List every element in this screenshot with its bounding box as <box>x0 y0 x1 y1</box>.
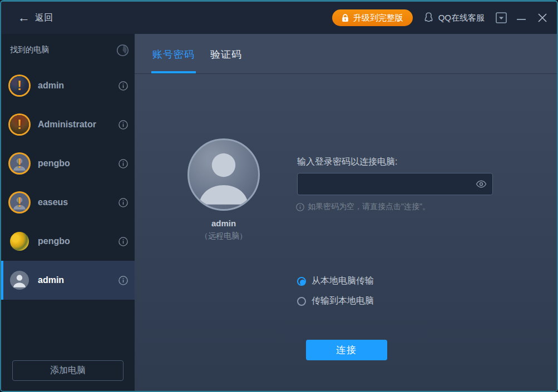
info-icon[interactable] <box>118 237 128 246</box>
computer-list-item-admin-2-selected[interactable]: admin <box>1 261 135 300</box>
option-label: 从本地电脑传输 <box>312 275 374 287</box>
connect-button-label: 连接 <box>336 344 357 356</box>
password-field-container <box>297 173 493 195</box>
computer-list-item-pengbo-1[interactable]: ! pengbo <box>1 144 135 183</box>
computer-name: admin <box>38 81 64 91</box>
password-label: 输入登录密码以连接电脑: <box>297 156 397 168</box>
computer-name: pengbo <box>38 158 70 168</box>
connect-button[interactable]: 连接 <box>306 340 387 360</box>
warning-exclamation-icon: ! <box>10 76 29 95</box>
info-icon[interactable] <box>118 81 128 91</box>
radio-unselected-icon[interactable] <box>297 297 306 306</box>
scanning-progress-icon <box>116 44 129 57</box>
computer-avatar: ! <box>10 115 29 134</box>
computer-name: pengbo <box>38 236 70 246</box>
connect-panel: admin （远程电脑） 输入登录密码以连接电脑: 如果密码为空，请直接点击"连… <box>135 74 557 391</box>
computer-name: easeus <box>38 197 68 207</box>
dropdown-menu-button[interactable] <box>495 11 508 24</box>
sidebar: 找到的电脑 ! admin ! Administrator <box>1 34 135 391</box>
qq-penguin-icon <box>423 12 434 24</box>
warning-exclamation-icon: ! <box>10 193 29 212</box>
upgrade-button[interactable]: 升级到完整版 <box>332 9 413 26</box>
computer-name: admin <box>38 275 64 285</box>
back-label: 返回 <box>35 12 53 24</box>
remote-computer-avatar <box>187 138 260 211</box>
computer-avatar: ! <box>10 154 29 173</box>
add-computer-button[interactable]: 添加电脑 <box>12 360 124 381</box>
hint-info-icon <box>296 203 304 211</box>
option-label: 传输到本地电脑 <box>312 295 374 307</box>
qq-support-button[interactable]: QQ在线客服 <box>423 12 485 24</box>
remote-computer-type-label: （远程电脑） <box>168 231 279 241</box>
password-hint: 如果密码为空，请直接点击"连接"。 <box>296 202 430 212</box>
warning-exclamation-icon: ! <box>10 154 29 173</box>
computer-list-item-administrator[interactable]: ! Administrator <box>1 105 135 144</box>
qq-support-label: QQ在线客服 <box>438 13 485 23</box>
warning-exclamation-icon: ! <box>10 115 29 134</box>
close-button[interactable] <box>536 11 549 24</box>
computer-name: Administrator <box>38 120 96 130</box>
tab-verification-code[interactable]: 验证码 <box>210 48 242 73</box>
radio-selected-icon[interactable] <box>297 277 306 286</box>
remote-computer-name: admin <box>168 219 279 228</box>
main-panel: 账号密码 验证码 admin （远程电脑） 输入登录密码以连接电脑: 如果密码为… <box>135 34 557 391</box>
computer-avatar: ! <box>10 76 29 95</box>
lock-icon <box>342 14 349 22</box>
upgrade-label: 升级到完整版 <box>353 13 403 23</box>
computer-list: ! admin ! Administrator ! <box>1 66 135 300</box>
back-button[interactable]: ← 返回 <box>18 12 53 24</box>
info-icon[interactable] <box>118 159 128 168</box>
minimize-button[interactable] <box>515 11 528 24</box>
info-icon[interactable] <box>118 120 128 130</box>
option-transfer-from-local[interactable]: 从本地电脑传输 <box>297 275 374 287</box>
back-arrow-icon: ← <box>18 12 30 24</box>
info-icon[interactable] <box>118 276 128 285</box>
password-hint-text: 如果密码为空，请直接点击"连接"。 <box>308 202 430 212</box>
tab-bar: 账号密码 验证码 <box>135 34 557 74</box>
sidebar-header: 找到的电脑 <box>1 34 135 66</box>
computer-list-item-pengbo-2[interactable]: pengbo <box>1 222 135 261</box>
tab-account-password[interactable]: 账号密码 <box>152 48 195 73</box>
app-window: ← 返回 升级到完整版 QQ在线客服 <box>0 0 558 392</box>
add-computer-label: 添加电脑 <box>50 365 86 376</box>
password-input[interactable] <box>298 173 476 195</box>
computer-list-item-easeus[interactable]: ! easeus <box>1 183 135 222</box>
computer-list-item-admin-1[interactable]: ! admin <box>1 66 135 105</box>
computer-avatar: ! <box>10 193 29 212</box>
titlebar: ← 返回 升级到完整版 QQ在线客服 <box>1 2 557 34</box>
found-computers-title: 找到的电脑 <box>10 45 49 55</box>
info-icon[interactable] <box>118 198 128 207</box>
option-transfer-to-local[interactable]: 传输到本地电脑 <box>297 295 374 307</box>
computer-avatar <box>10 232 29 251</box>
show-password-eye-icon[interactable] <box>476 180 487 188</box>
computer-avatar <box>10 271 29 290</box>
